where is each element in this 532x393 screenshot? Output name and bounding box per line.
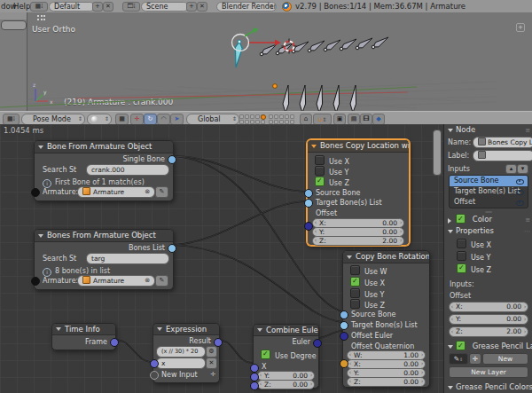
collapse-icon[interactable]	[157, 327, 162, 331]
node-bone-from-armature-object[interactable]: Bone From Armature Object Single Bone Se…	[34, 140, 174, 201]
new-layer-button[interactable]: New Layer	[449, 366, 528, 378]
use-y-row[interactable]: Use Y	[457, 251, 532, 261]
list-item-offset[interactable]: Offset	[450, 197, 528, 208]
use-degree-row[interactable]: Use Degree	[261, 350, 315, 359]
socket-single-bone-out[interactable]	[168, 155, 176, 164]
delete-scene-button[interactable]: ✕	[197, 2, 207, 12]
list-item-source-bone[interactable]: Source Bone	[450, 176, 528, 186]
eyedropper-icon[interactable]: ✎	[155, 186, 168, 198]
scene-icon[interactable]: 🗔⁞	[122, 2, 140, 12]
node-header[interactable]: Copy Bone Rotation with Off	[343, 251, 429, 263]
add-scene-button[interactable]: +	[186, 2, 197, 12]
panel-grip-icon[interactable]: ≡	[525, 128, 530, 133]
collapse-icon[interactable]	[38, 234, 43, 238]
gp-checkbox[interactable]	[456, 341, 466, 350]
node-header[interactable]: Expression	[153, 324, 219, 335]
socket-armature-in[interactable]	[31, 277, 40, 286]
selected-bone-head[interactable]	[238, 40, 241, 43]
use-z-row[interactable]: Use Z	[457, 263, 532, 273]
offset-y-slider[interactable]: Y:0.00	[449, 314, 528, 325]
socket-euler-out[interactable]	[313, 339, 322, 348]
clear-icon[interactable]: ⊗	[145, 187, 150, 197]
collapse-icon[interactable]	[347, 255, 352, 259]
collapse-icon[interactable]	[38, 145, 43, 149]
quat-z-slider[interactable]: Z:0.00	[347, 377, 426, 387]
checkbox[interactable]	[261, 350, 270, 359]
render-engine-select[interactable]: Blender Render⇕	[216, 2, 277, 12]
viewport-3d[interactable]: User Ortho (219) Armature : crank.000	[0, 12, 532, 111]
panel-gp-colors-header[interactable]: Grease Pencil Colors≡	[444, 381, 532, 393]
collapse-icon[interactable]	[257, 328, 262, 332]
socket-offset-euler-in[interactable]	[340, 332, 348, 341]
use-x-row[interactable]: Use X	[457, 239, 532, 248]
node-header[interactable]: Bones Copy Location with O...	[308, 140, 409, 153]
add-input-icon[interactable]: ✛	[210, 371, 215, 378]
socket-offset-quaternion-in[interactable]	[340, 359, 348, 368]
add-gp-source-icon[interactable]: ✛	[469, 353, 481, 365]
remove-input-icon[interactable]: ✕	[206, 358, 217, 369]
panel-gp-layers-header[interactable]: Grease Pencil Layers...	[444, 341, 532, 352]
manipulator-y-arrow[interactable]	[245, 30, 254, 36]
checkbox[interactable]	[315, 177, 325, 186]
checkbox[interactable]	[315, 155, 325, 165]
checkbox[interactable]	[350, 299, 360, 309]
node-name-field[interactable]: Bones Copy L...	[473, 137, 532, 148]
eye-icon[interactable]	[516, 190, 524, 196]
collapse-icon[interactable]	[56, 327, 61, 331]
checkbox[interactable]	[350, 288, 360, 298]
use-x-row[interactable]: Use X	[315, 155, 405, 165]
color-checkbox[interactable]	[456, 214, 466, 224]
socket-x-in[interactable]	[250, 364, 259, 373]
node-header[interactable]: Bone From Armature Object	[35, 141, 173, 153]
pencil-icon[interactable]: ✎⇕	[449, 353, 468, 365]
panel-properties-header[interactable]: Properties⋯	[444, 225, 532, 237]
eye-icon[interactable]	[516, 179, 524, 185]
move-input-down-button[interactable]: ▾	[517, 164, 528, 174]
clear-icon[interactable]: ⊗	[145, 276, 150, 286]
use-y-row[interactable]: Use Y	[315, 166, 405, 176]
node-expression[interactable]: Expression Result (x // 30) * 20 ⚙ x ✕ N…	[153, 323, 220, 383]
use-y-row[interactable]: Use Y	[350, 288, 426, 298]
panel-node-header[interactable]: Node≡	[444, 124, 532, 136]
panel-grip-icon[interactable]: ≡	[525, 385, 530, 390]
add-layout-button[interactable]: +	[92, 2, 103, 12]
gp-new-button[interactable]: New	[482, 353, 528, 365]
variable-x-input[interactable]: x	[156, 358, 206, 369]
checkbox[interactable]	[457, 239, 466, 248]
collapse-icon[interactable]	[311, 145, 317, 148]
object-origin-dot[interactable]	[273, 84, 278, 89]
node-bones-copy-location[interactable]: Bones Copy Location with O... Use X Use …	[307, 139, 410, 246]
eyedropper-icon[interactable]: ✎	[155, 275, 168, 287]
socket-source-bone-in[interactable]	[304, 189, 313, 198]
socket-target-list-in[interactable]	[304, 199, 313, 208]
open-region-plus-icon[interactable]: +	[516, 23, 525, 32]
node-combine-euler[interactable]: Combine Euler Euler Use Degree X Y:0.00 …	[253, 324, 319, 389]
panel-grip-icon[interactable]: ⋯	[524, 229, 530, 234]
node-bones-from-armature-object[interactable]: Bones From Armature Object Bones List Se…	[34, 229, 174, 290]
node-label-field[interactable]	[473, 150, 532, 161]
armature-object-field[interactable]: Armature⊗	[77, 186, 155, 198]
layout-name-field[interactable]: Default	[49, 2, 95, 12]
manipulator-x-arrowhead[interactable]	[275, 40, 281, 46]
socket-frame-out[interactable]	[110, 338, 119, 347]
gear-icon[interactable]: ⚙	[206, 346, 217, 358]
checkbox[interactable]	[457, 251, 466, 261]
offset-x-slider[interactable]: X:0.00	[449, 302, 528, 312]
checkbox[interactable]	[350, 265, 360, 275]
socket-source-bone-in[interactable]	[340, 310, 348, 319]
node-copy-bone-rotation[interactable]: Copy Bone Rotation with Off Use W Use X …	[342, 250, 430, 388]
socket-target-list-in[interactable]	[340, 321, 348, 330]
search-input[interactable]: crank.000	[86, 164, 169, 176]
node-time-info[interactable]: Time Info Frame	[51, 323, 116, 350]
node-header[interactable]: Time Info	[52, 324, 115, 335]
socket-x-in[interactable]	[150, 359, 159, 368]
new-input-label[interactable]: New Input	[153, 370, 219, 380]
socket-offset-vector-in[interactable]	[304, 222, 313, 231]
move-input-up-button[interactable]: ▴	[505, 164, 517, 174]
use-z-row[interactable]: Use Z	[315, 177, 405, 186]
node-header[interactable]: Combine Euler	[254, 325, 318, 336]
panel-grip-icon[interactable]: ≡	[525, 217, 530, 223]
socket-new-input[interactable]	[150, 371, 159, 380]
scene-name-field[interactable]: Scene	[141, 2, 189, 12]
use-w-row[interactable]: Use W	[350, 265, 426, 275]
